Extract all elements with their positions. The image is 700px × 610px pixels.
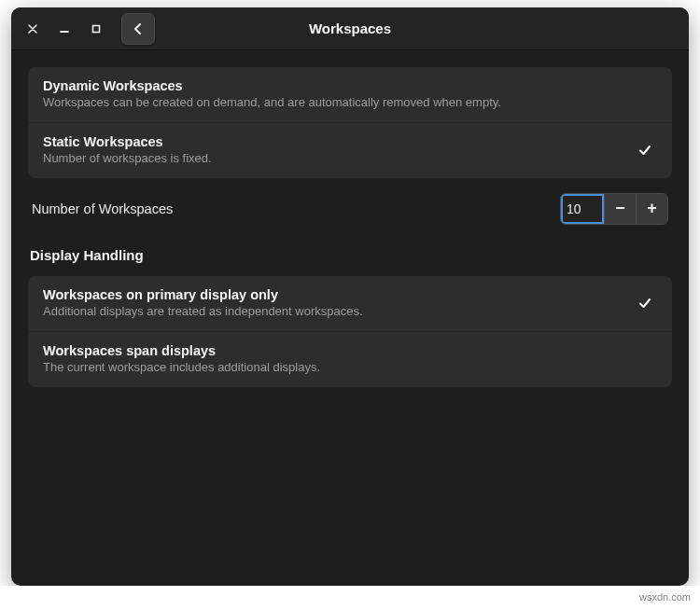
- option-subtitle: Additional displays are treated as indep…: [43, 304, 363, 320]
- decrement-button[interactable]: −: [604, 194, 636, 224]
- checkmark-icon: [638, 297, 657, 310]
- close-icon: [28, 24, 37, 34]
- plus-icon: +: [647, 199, 657, 218]
- maximize-button[interactable]: [82, 15, 110, 43]
- number-of-workspaces-row: Number of Workspaces − +: [28, 187, 672, 230]
- content-area: Dynamic Workspaces Workspaces can be cre…: [11, 50, 689, 404]
- display-handling-group: Workspaces on primary display only Addit…: [28, 276, 672, 387]
- close-button[interactable]: [19, 15, 47, 43]
- static-workspaces-option[interactable]: Static Workspaces Number of workspaces i…: [28, 123, 672, 178]
- svg-rect-0: [93, 25, 100, 32]
- option-text: Workspaces on primary display only Addit…: [43, 287, 363, 320]
- option-title: Static Workspaces: [43, 134, 212, 149]
- chevron-left-icon: [133, 22, 143, 35]
- primary-display-only-option[interactable]: Workspaces on primary display only Addit…: [28, 276, 672, 332]
- option-subtitle: Workspaces can be created on demand, and…: [43, 95, 501, 111]
- dynamic-workspaces-option[interactable]: Dynamic Workspaces Workspaces can be cre…: [28, 67, 672, 123]
- option-text: Static Workspaces Number of workspaces i…: [43, 134, 212, 167]
- display-handling-header: Display Handling: [28, 240, 672, 267]
- minimize-icon: [60, 24, 69, 34]
- workspaces-count-input[interactable]: [561, 194, 604, 224]
- workspaces-count-stepper: − +: [560, 193, 668, 225]
- span-displays-option[interactable]: Workspaces span displays The current wor…: [28, 332, 672, 387]
- titlebar: Workspaces: [11, 7, 689, 50]
- option-title: Dynamic Workspaces: [43, 78, 501, 93]
- workspace-mode-group: Dynamic Workspaces Workspaces can be cre…: [28, 67, 672, 178]
- back-button[interactable]: [121, 13, 155, 45]
- number-of-workspaces-label: Number of Workspaces: [32, 201, 173, 216]
- settings-window: Workspaces Dynamic Workspaces Workspaces…: [11, 7, 689, 586]
- increment-button[interactable]: +: [636, 194, 667, 224]
- option-text: Workspaces span displays The current wor…: [43, 343, 320, 376]
- checkmark-icon: [638, 144, 657, 157]
- minus-icon: −: [615, 199, 625, 218]
- window-controls: [19, 13, 155, 45]
- option-title: Workspaces span displays: [43, 343, 320, 358]
- option-title: Workspaces on primary display only: [43, 287, 363, 302]
- option-subtitle: Number of workspaces is fixed.: [43, 151, 212, 167]
- maximize-icon: [91, 24, 101, 34]
- option-subtitle: The current workspace includes additiona…: [43, 360, 320, 376]
- minimize-button[interactable]: [50, 15, 78, 43]
- option-text: Dynamic Workspaces Workspaces can be cre…: [43, 78, 501, 111]
